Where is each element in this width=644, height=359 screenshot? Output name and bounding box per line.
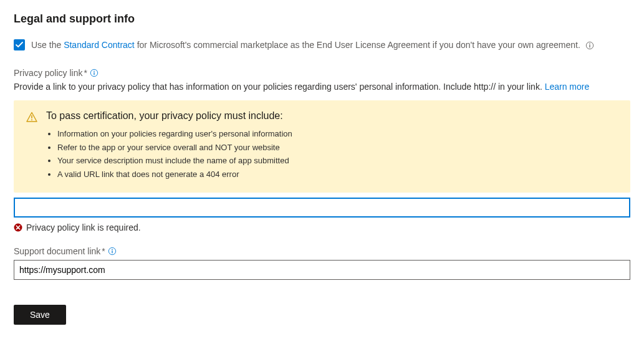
support-document-label: Support document link * <box>14 246 630 256</box>
warning-icon <box>26 112 37 123</box>
warning-content: To pass certification, your privacy poli… <box>46 110 618 181</box>
svg-point-1 <box>589 44 590 45</box>
svg-point-7 <box>31 119 32 120</box>
standard-contract-checkbox[interactable] <box>14 39 25 50</box>
standard-contract-row: Use the Standard Contract for Microsoft'… <box>14 39 630 50</box>
checkbox-pre-text: Use the <box>31 40 64 50</box>
learn-more-link[interactable]: Learn more <box>545 82 590 92</box>
section-title: Legal and support info <box>14 12 630 26</box>
warning-item: Your service description must include th… <box>57 155 618 167</box>
privacy-policy-label-text: Privacy policy link <box>14 68 82 78</box>
info-icon[interactable] <box>585 41 594 50</box>
support-document-field: Support document link * <box>14 246 630 280</box>
support-document-input[interactable] <box>14 260 630 280</box>
svg-rect-6 <box>31 115 32 118</box>
standard-contract-label: Use the Standard Contract for Microsoft'… <box>31 40 594 50</box>
error-icon <box>14 223 22 232</box>
standard-contract-link[interactable]: Standard Contract <box>64 40 135 50</box>
svg-rect-2 <box>589 45 590 47</box>
certification-warning: To pass certification, your privacy poli… <box>14 100 630 193</box>
warning-item: A valid URL link that does not generate … <box>57 168 618 181</box>
svg-rect-11 <box>112 251 112 253</box>
svg-rect-5 <box>94 72 94 75</box>
support-document-label-text: Support document link <box>14 246 100 256</box>
checkmark-icon <box>16 41 23 49</box>
warning-title: To pass certification, your privacy poli… <box>46 110 618 122</box>
privacy-policy-input[interactable] <box>14 198 630 218</box>
privacy-policy-error: Privacy policy link is required. <box>14 223 630 232</box>
privacy-policy-label: Privacy policy link * <box>14 68 630 78</box>
required-asterisk: * <box>84 68 87 78</box>
svg-point-10 <box>112 249 113 251</box>
privacy-policy-desc-text: Provide a link to your privacy policy th… <box>14 82 545 92</box>
error-text: Privacy policy link is required. <box>26 223 141 232</box>
warning-item: Information on your policies regarding u… <box>57 128 618 140</box>
checkbox-post-text: for Microsoft's commercial marketplace a… <box>135 40 580 50</box>
svg-point-4 <box>94 71 95 72</box>
save-button[interactable]: Save <box>14 305 66 325</box>
warning-item: Refer to the app or your service overall… <box>57 141 618 154</box>
required-asterisk: * <box>102 246 105 256</box>
warning-list: Information on your policies regarding u… <box>46 128 618 180</box>
privacy-policy-description: Provide a link to your privacy policy th… <box>14 82 630 92</box>
info-icon[interactable] <box>108 247 117 256</box>
privacy-policy-field: Privacy policy link * Provide a link to … <box>14 68 630 232</box>
info-icon[interactable] <box>90 69 99 77</box>
